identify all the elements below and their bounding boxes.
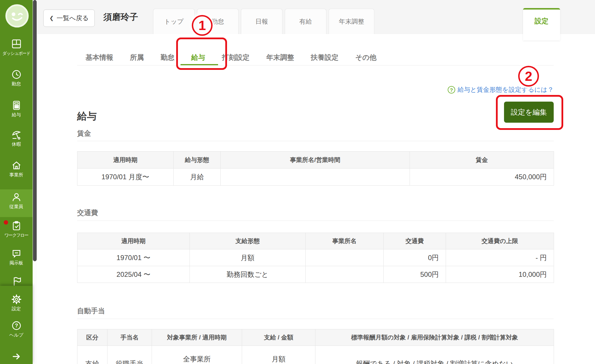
sidebar-collapse-button[interactable] <box>0 351 33 362</box>
column-header: 対象事業所 / 適用時期 <box>152 329 242 346</box>
sidebar-item-attendance[interactable]: 勤怠 <box>0 69 33 87</box>
cell-period: 1970/01 〜 <box>77 249 190 266</box>
sidebar-item-label: ダッシュボード <box>0 51 33 56</box>
cell-allowance-name: 役職手当 <box>107 346 152 364</box>
sidebar-item-label: 従業員 <box>0 204 33 210</box>
employee-salary-settings-page: ダッシュボード 勤怠 給与 休暇 <box>0 0 595 364</box>
sidebar-item-help[interactable]: ? ヘルプ <box>0 320 33 338</box>
cell-payment-amount: 月額 20,000円 <box>242 346 315 364</box>
cell-payment-line: 月額 <box>242 354 315 364</box>
sidebar-item-leave[interactable]: 休暇 <box>0 129 33 147</box>
annotation-number-2: 2 <box>525 68 532 84</box>
section-divider <box>77 141 554 141</box>
cell-commute-limit: - 円 <box>446 249 554 266</box>
table-row: 2025/04 〜 勤務回数ごと 500円 10,000円 <box>77 266 554 283</box>
chevron-left-icon: ❮ <box>49 15 54 21</box>
cell-flags: 報酬である / 対象 / 課税対象 / 割増計算に含めない <box>315 346 554 364</box>
avatar[interactable] <box>4 3 30 29</box>
subtab-divider <box>77 65 554 66</box>
cell-office-line: 全事業所 <box>152 354 242 364</box>
cell-salary-type: 月給 <box>174 169 221 186</box>
back-to-list-button[interactable]: ❮ 一覧へ戻る <box>43 10 95 27</box>
annotation-circle-2: 2 <box>518 66 539 87</box>
back-button-label: 一覧へ戻る <box>57 14 89 23</box>
salary-help-link[interactable]: ? 給与と賃金形態を設定するには？ <box>448 85 554 94</box>
sidebar-item-payroll[interactable]: 給与 <box>0 100 33 118</box>
sidebar-scrollbar <box>33 0 37 364</box>
subtab-other[interactable]: その他 <box>355 54 376 61</box>
sidebar-item-offices[interactable]: 事業所 <box>0 160 33 178</box>
subtab-year-end[interactable]: 年末調整 <box>266 54 294 61</box>
tab-settings[interactable]: 設定 <box>523 8 560 40</box>
section-label-allowance: 自動手当 <box>77 307 105 315</box>
annotation-number-1: 1 <box>198 18 206 33</box>
table-header-row: 適用時期 給与形態 事業所名/営業時間 賃金 <box>77 152 554 169</box>
table-row: 支給 役職手当 全事業所 2022/01 〜 月額 20,000円 報酬である … <box>77 346 554 364</box>
cell-wage-amount: 450,000円 <box>410 169 554 186</box>
tab-year-end[interactable]: 年末調整 <box>329 9 374 34</box>
cell-period: 1970/01 月度〜 <box>77 169 174 186</box>
section-label-wage: 賃金 <box>77 129 91 137</box>
annotation-circle-1: 1 <box>192 15 213 36</box>
section-divider <box>77 221 554 221</box>
column-header: 区分 <box>77 329 107 346</box>
tab-daily-report[interactable]: 日報 <box>241 9 282 34</box>
tab-paid-leave[interactable]: 有給 <box>285 9 326 34</box>
cell-commute-amount: 0円 <box>384 249 446 266</box>
sidebar-item-label: 掲示板 <box>0 260 33 266</box>
subtab-bar: 基本情報 所属 勤怠 給与 打刻設定 年末調整 扶養設定 その他 <box>85 54 376 61</box>
cell-commute-limit: 10,000円 <box>446 266 554 283</box>
help-circle-icon: ? <box>11 320 22 331</box>
help-link-label: 給与と賃金形態を設定するには？ <box>458 85 554 94</box>
sidebar-scrollbar-thumb[interactable] <box>33 0 37 261</box>
cell-period: 2025/04 〜 <box>77 266 190 283</box>
subtab-affiliation[interactable]: 所属 <box>130 54 144 61</box>
annotation-box-salary-subtab <box>176 38 227 70</box>
column-header: 手当名 <box>107 329 152 346</box>
allowance-table: 区分 手当名 対象事業所 / 適用時期 支給 / 金額 標準報酬月額の対象 / … <box>77 329 554 364</box>
svg-text:?: ? <box>15 323 18 328</box>
sidebar-item-label: 休暇 <box>0 141 33 147</box>
home-icon <box>11 160 22 171</box>
column-header: 適用時期 <box>77 233 190 249</box>
sidebar-item-label: 勤怠 <box>0 81 33 87</box>
cell-office <box>221 169 410 186</box>
cell-payment-type: 月額 <box>190 249 306 266</box>
subtab-dependents[interactable]: 扶養設定 <box>311 54 339 61</box>
sidebar-item-label: ヘルプ <box>0 332 33 338</box>
column-header: 事業所名 <box>306 233 384 249</box>
sidebar-item-employees[interactable]: 従業員 <box>0 192 33 210</box>
subtab-basic-info[interactable]: 基本情報 <box>85 54 113 61</box>
section-label-commute: 交通費 <box>77 209 98 217</box>
table-row: 1970/01 月度〜 月給 450,000円 <box>77 169 554 186</box>
column-header: 適用時期 <box>77 152 174 169</box>
annotation-box-edit-button <box>496 95 563 130</box>
page-title: 給与 <box>77 111 97 121</box>
sidebar-item-label: 給与 <box>0 112 33 118</box>
question-circle-icon: ? <box>448 86 455 94</box>
subtab-attendance[interactable]: 勤怠 <box>161 54 174 61</box>
sidebar-item-flag[interactable] <box>0 276 33 287</box>
column-header: 給与形態 <box>174 152 221 169</box>
sidebar-item-dashboard[interactable]: ダッシュボード <box>0 38 33 56</box>
main-content: 基本情報 所属 勤怠 給与 打刻設定 年末調整 扶養設定 その他 ? 給与と賃金… <box>37 34 595 364</box>
gear-icon <box>11 294 22 305</box>
speech-bubble-icon <box>11 248 22 259</box>
sidebar-item-settings[interactable]: 設定 <box>0 294 33 312</box>
beach-umbrella-icon <box>11 129 22 140</box>
column-header: 標準報酬月額の対象 / 雇用保険計算対象 / 課税 / 割増計算対象 <box>315 329 554 346</box>
column-header: 支給 / 金額 <box>242 329 315 346</box>
sidebar-item-board[interactable]: 掲示板 <box>0 248 33 266</box>
table-header-row: 適用時期 支給形態 事業所名 交通費 交通費の上限 <box>77 233 554 249</box>
section-divider <box>77 319 554 319</box>
flag-icon <box>11 276 22 287</box>
clock-icon <box>11 69 22 80</box>
tab-top[interactable]: トップ <box>153 9 195 34</box>
cell-commute-amount: 500円 <box>384 266 446 283</box>
commute-table: 適用時期 支給形態 事業所名 交通費 交通費の上限 1970/01 〜 月額 0… <box>77 233 554 283</box>
table-row: 1970/01 〜 月額 0円 - 円 <box>77 249 554 266</box>
arrow-right-icon <box>11 351 22 362</box>
sidebar: ダッシュボード 勤怠 給与 休暇 <box>0 0 33 364</box>
table-header-row: 区分 手当名 対象事業所 / 適用時期 支給 / 金額 標準報酬月額の対象 / … <box>77 329 554 346</box>
header: ❮ 一覧へ戻る 須磨玲子 トップ 勤怠 日報 有給 年末調整 設定 <box>37 0 595 34</box>
